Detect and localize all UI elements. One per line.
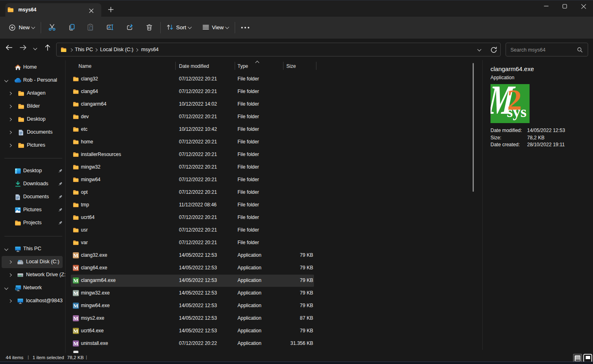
svg-text:A: A <box>108 25 111 29</box>
